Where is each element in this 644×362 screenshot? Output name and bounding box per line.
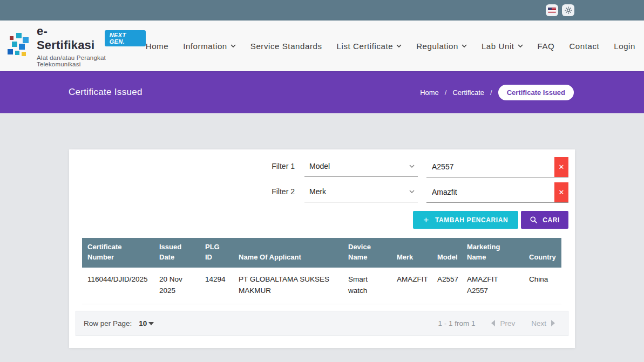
results-table: Certificate Number Issued Date PLG ID Na… xyxy=(82,238,561,304)
logo-pixel-icon xyxy=(6,33,30,59)
pagination-bar: Row per Page: 10 1 - 1 from 1 Prev Next xyxy=(76,311,568,336)
breadcrumb-home[interactable]: Home xyxy=(420,88,439,97)
breadcrumb-separator: / xyxy=(445,88,447,97)
filter-1-input-wrap: ✕ xyxy=(426,157,568,177)
col-plg-id: PLG ID xyxy=(200,238,233,268)
rows-per-page-label: Row per Page: xyxy=(84,319,132,327)
search-icon xyxy=(530,216,538,224)
filter-row-2: Filter 2 Merk ✕ xyxy=(69,182,568,203)
breadcrumb-certificate[interactable]: Certificate xyxy=(452,88,484,97)
col-merk: Merk xyxy=(391,238,432,268)
page-title: Certificate Issued xyxy=(69,87,143,98)
filter-2-field-select[interactable]: Merk xyxy=(304,182,418,202)
breadcrumb: Home / Certificate / Certificate Issued xyxy=(420,85,574,100)
site-header: e-Sertifikasi NEXT GEN. Alat dan/atau Pe… xyxy=(0,21,644,71)
col-issued-date: Issued Date xyxy=(154,238,200,268)
nav-item-list-certificate[interactable]: List Certificate xyxy=(337,42,402,51)
col-certificate-number: Certificate Number xyxy=(82,238,154,268)
cell-country: China xyxy=(524,268,561,304)
logo-title: e-Sertifikasi xyxy=(37,24,100,52)
language-button[interactable] xyxy=(546,4,558,16)
col-model: Model xyxy=(432,238,462,268)
close-icon: ✕ xyxy=(559,163,565,170)
cell-name-of-applicant: PT GLOBALTAMA SUKSES MAKMUR xyxy=(233,268,343,304)
pagination-controls: 1 - 1 from 1 Prev Next xyxy=(438,319,555,327)
nav-item-information[interactable]: Information xyxy=(183,42,236,51)
chevron-down-icon xyxy=(409,165,415,168)
logo-subtitle: Alat dan/atau Perangkat Telekomunikasi xyxy=(37,54,146,67)
cell-device-name: Smart watch xyxy=(343,268,391,304)
us-flag-icon xyxy=(548,8,556,13)
nav-item-login[interactable]: Login xyxy=(614,42,635,51)
table-row[interactable]: 116044/DJID/2025 20 Nov 2025 14294 PT GL… xyxy=(82,268,561,304)
next-page-button[interactable]: Next xyxy=(531,319,555,327)
main-nav: Home Information Service Standards List … xyxy=(146,42,635,51)
nav-item-contact[interactable]: Contact xyxy=(569,42,599,51)
cell-marketing-name: AMAZFIT A2557 xyxy=(462,268,524,304)
plus-icon: + xyxy=(423,215,429,224)
filter-1-value-input[interactable] xyxy=(426,157,554,177)
filter-actions: + TAMBAH PENCARIAN CARI xyxy=(69,211,568,229)
pagination-range: 1 - 1 from 1 xyxy=(438,319,475,327)
nav-item-lab-unit[interactable]: Lab Unit xyxy=(482,42,523,51)
chevron-down-icon xyxy=(396,44,402,47)
prev-arrow-icon xyxy=(491,320,495,326)
chevron-down-icon xyxy=(409,190,415,193)
chevron-down-icon xyxy=(462,44,467,47)
gear-icon xyxy=(565,6,572,14)
filter-2-label: Filter 2 xyxy=(272,182,295,196)
page-banner: Certificate Issued Home / Certificate / … xyxy=(0,71,644,113)
close-icon: ✕ xyxy=(559,189,565,196)
next-arrow-icon xyxy=(551,320,555,326)
nav-item-faq[interactable]: FAQ xyxy=(538,42,555,51)
prev-page-button[interactable]: Prev xyxy=(491,319,515,327)
cell-plg-id: 14294 xyxy=(200,268,233,304)
col-device-name: Device Name xyxy=(343,238,391,268)
filter-1-label: Filter 1 xyxy=(272,157,295,170)
rows-per-page-select[interactable]: 10 xyxy=(139,319,154,327)
cell-certificate-number: 116044/DJID/2025 xyxy=(82,268,154,304)
top-utility-bar xyxy=(0,0,644,21)
results-table-wrap: Certificate Number Issued Date PLG ID Na… xyxy=(82,238,561,304)
nav-item-home[interactable]: Home xyxy=(146,42,168,51)
add-search-button[interactable]: + TAMBAH PENCARIAN xyxy=(413,211,518,229)
results-card: Filter 1 Model ✕ Filter 2 Merk xyxy=(69,149,575,348)
col-name-of-applicant: Name Of Applicant xyxy=(233,238,343,268)
settings-button[interactable] xyxy=(562,4,574,16)
filter-1-field-select[interactable]: Model xyxy=(304,157,418,177)
filter-1-clear-button[interactable]: ✕ xyxy=(554,157,568,177)
search-button[interactable]: CARI xyxy=(521,211,568,229)
filter-row-1: Filter 1 Model ✕ xyxy=(69,157,568,177)
col-marketing-name: Marketing Name xyxy=(462,238,524,268)
cell-model: A2557 xyxy=(432,268,462,304)
chevron-down-icon xyxy=(518,44,523,47)
cell-issued-date: 20 Nov 2025 xyxy=(154,268,200,304)
nav-item-service-standards[interactable]: Service Standards xyxy=(250,42,322,51)
filter-2-input-wrap: ✕ xyxy=(426,182,568,203)
table-header-row: Certificate Number Issued Date PLG ID Na… xyxy=(82,238,561,268)
breadcrumb-current-pill: Certificate Issued xyxy=(498,85,574,100)
caret-down-icon xyxy=(148,322,154,325)
rows-per-page: Row per Page: 10 xyxy=(84,319,154,327)
page-content: Filter 1 Model ✕ Filter 2 Merk xyxy=(0,113,644,348)
site-logo[interactable]: e-Sertifikasi NEXT GEN. Alat dan/atau Pe… xyxy=(6,24,146,67)
logo-next-gen-badge: NEXT GEN. xyxy=(105,30,146,46)
chevron-down-icon xyxy=(231,44,236,47)
filter-2-clear-button[interactable]: ✕ xyxy=(554,182,568,202)
col-country: Country xyxy=(524,238,561,268)
cell-merk: AMAZFIT xyxy=(391,268,432,304)
breadcrumb-separator: / xyxy=(490,88,492,97)
nav-item-regulation[interactable]: Regulation xyxy=(416,42,467,51)
filter-2-value-input[interactable] xyxy=(426,182,554,202)
